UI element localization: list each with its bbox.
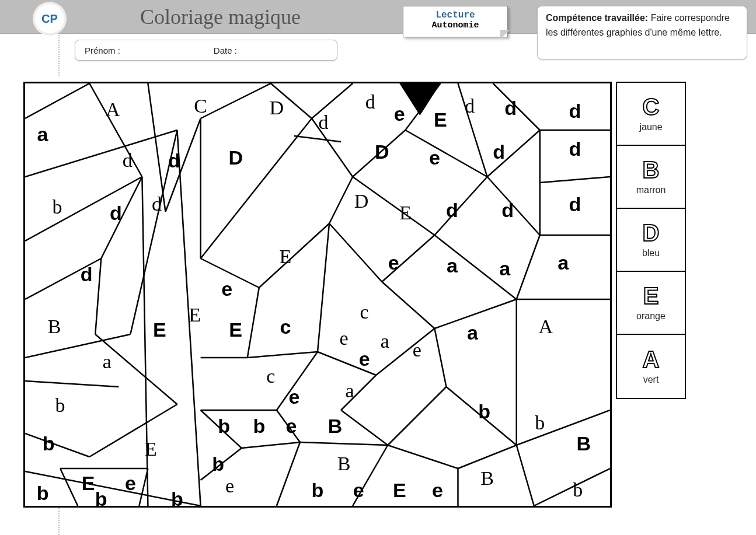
puzzle-letter: a	[467, 321, 479, 344]
svg-line-7	[25, 381, 119, 387]
puzzle-letter: A	[106, 99, 120, 120]
legend-cell: D bleu	[617, 209, 685, 272]
legend-letter: D	[643, 221, 660, 244]
puzzle-letter: a	[381, 330, 389, 352]
svg-line-50	[434, 328, 446, 387]
puzzle-letter: D	[375, 141, 389, 163]
svg-line-1	[25, 83, 89, 118]
legend-letter: C	[643, 95, 660, 118]
puzzle-letter: b	[312, 479, 324, 501]
puzzle-letter: c	[280, 316, 291, 338]
svg-line-22	[201, 83, 271, 118]
puzzle-letter: d	[569, 138, 581, 160]
svg-line-45	[341, 410, 388, 445]
puzzle-letter: a	[499, 257, 511, 279]
puzzle-letter: d	[110, 202, 122, 224]
puzzle-letter: b	[478, 400, 490, 422]
puzzle-letter: D	[354, 190, 369, 212]
puzzle-letter: d	[319, 111, 329, 133]
svg-line-54	[517, 445, 534, 506]
puzzle-letter: E	[189, 304, 201, 326]
puzzle-letter: E	[279, 246, 291, 267]
name-date-box: Prénom : Date :	[75, 40, 337, 61]
puzzle-letter: a	[447, 254, 458, 277]
name-label: Prénom :	[85, 46, 120, 55]
svg-line-64	[434, 177, 487, 235]
svg-line-10	[60, 468, 78, 506]
puzzle-letter: e	[225, 475, 234, 496]
competence-label: Compétence travaillée:	[546, 13, 648, 23]
svg-line-8	[25, 433, 89, 457]
puzzle-letter: d	[504, 97, 517, 119]
puzzle-letter: a	[37, 123, 49, 145]
puzzle-letter: A	[538, 316, 553, 337]
worksheet-page: CP Coloriage magique Lecture Autonomie C…	[0, 0, 756, 535]
svg-line-53	[458, 445, 516, 468]
puzzle-letter: c	[360, 301, 369, 323]
legend-cell: C jaune	[617, 83, 685, 146]
puzzle-letter: e	[288, 386, 299, 408]
coloring-puzzle: aACDddeEdddddDDeddbddDEddddEeaaaBEEeEcce…	[23, 82, 612, 508]
puzzle-letter: E	[434, 109, 447, 131]
svg-line-55	[517, 410, 610, 445]
svg-line-26	[312, 83, 353, 118]
svg-line-78	[294, 136, 341, 142]
puzzle-letter: b	[171, 488, 183, 506]
svg-line-34	[318, 223, 329, 352]
puzzle-letter: e	[388, 251, 399, 274]
puzzle-letter: d	[569, 193, 581, 215]
puzzle-letter: e	[429, 146, 440, 169]
competence-box: Compétence travaillée: Faire correspondr…	[537, 6, 747, 60]
guide-line-bottom	[58, 508, 60, 535]
puzzle-letter: d	[569, 100, 581, 122]
puzzle-letter: e	[340, 327, 349, 349]
puzzle-letter: B	[48, 316, 61, 337]
svg-line-12	[139, 468, 148, 506]
puzzle-letter: E	[229, 319, 242, 341]
puzzle-letter: d	[493, 141, 505, 163]
svg-line-32	[259, 223, 329, 288]
svg-line-13	[89, 404, 177, 457]
puzzle-letter: b	[535, 412, 545, 433]
legend-cell: B marron	[617, 146, 685, 209]
puzzle-letter: D	[270, 97, 284, 118]
puzzle-letter: B	[328, 415, 343, 437]
svg-line-76	[517, 235, 540, 299]
svg-line-56	[534, 468, 610, 506]
svg-line-51	[388, 387, 446, 445]
svg-line-61	[329, 223, 382, 282]
puzzle-letter: b	[37, 482, 49, 504]
svg-line-47	[388, 445, 458, 468]
svg-line-6	[25, 334, 130, 358]
grade-badge: CP	[35, 4, 64, 33]
subject-line1: Lecture	[403, 10, 507, 20]
svg-line-33	[329, 177, 353, 223]
legend-color: bleu	[642, 248, 660, 258]
svg-line-4	[25, 177, 142, 241]
puzzle-letter: E	[393, 479, 406, 501]
subject-tab: Lecture Autonomie	[403, 6, 508, 37]
puzzle-letter: e	[353, 479, 364, 501]
puzzle-letter: d	[465, 95, 475, 117]
puzzle-letter: c	[266, 365, 275, 387]
puzzle-letter: e	[359, 348, 370, 370]
legend-color: jaune	[639, 122, 662, 132]
legend-color: orange	[636, 311, 666, 321]
puzzle-letter: e	[125, 472, 136, 494]
date-label: Date :	[214, 46, 237, 55]
color-legend: C jaune B marron D bleu E orange A vert	[616, 82, 686, 399]
puzzle-letter: b	[55, 394, 65, 416]
puzzle-letter: b	[573, 479, 583, 501]
puzzle-letter: E	[153, 319, 166, 341]
puzzle-letter: a	[346, 380, 354, 401]
puzzle-letter: e	[221, 278, 232, 300]
puzzle-letter: C	[194, 95, 207, 117]
legend-letter: A	[643, 348, 660, 371]
puzzle-letter: b	[253, 415, 265, 437]
svg-line-29	[248, 288, 259, 358]
puzzle-letter: e	[394, 103, 405, 125]
svg-line-60	[382, 282, 434, 328]
svg-line-27	[312, 118, 353, 177]
puzzle-letter: d	[168, 149, 180, 172]
subject-line2: Autonomie	[403, 20, 507, 30]
